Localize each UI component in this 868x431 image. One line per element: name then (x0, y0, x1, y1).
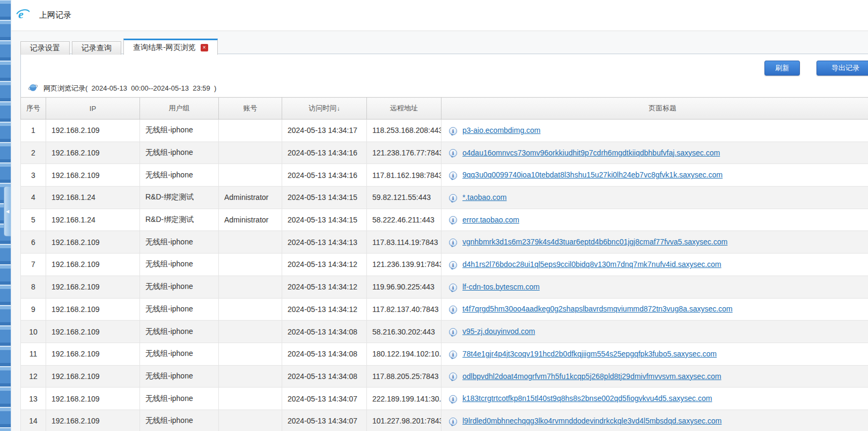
cell-access-time: 2024-05-13 14:34:12 (282, 276, 367, 298)
cell-ip: 192.168.2.109 (46, 164, 140, 187)
info-balloon-icon[interactable]: i (449, 216, 457, 224)
col-header-no[interactable]: 序号 (21, 98, 46, 120)
cell-user-group: 无线组-iphone (140, 365, 219, 388)
tab-record-query[interactable]: 记录查询 (72, 41, 121, 55)
cell-account (219, 298, 282, 321)
browser-e-icon: e (16, 8, 30, 24)
records-table: 序号 IP 用户组 账号 访问时间↓ 远程地址 页面标题 1 192.168.2… (20, 97, 868, 431)
tab-label: 记录设置 (30, 43, 60, 53)
cell-access-time: 2024-05-13 14:34:15 (282, 209, 367, 231)
page-title-link[interactable]: *.taobao.com (462, 193, 507, 202)
cell-ip: 192.168.2.109 (46, 388, 140, 410)
cell-account (219, 254, 282, 276)
summary-row: 网页浏览记录( 2024-05-13 00:00--2024-05-13 23:… (28, 82, 216, 94)
tab-record-settings[interactable]: 记录设置 (20, 41, 70, 55)
page-title-link[interactable]: odlbpvdhl2doat4mogrfvm7h5fu1kcqp5j268pld… (462, 372, 721, 381)
page-title-link[interactable]: 78t4e1gjr4p4jt3coqv191hcd2b0dfkqjiigm554… (462, 350, 717, 358)
col-header-remote[interactable]: 远程地址 (367, 98, 442, 120)
info-balloon-icon[interactable]: i (449, 172, 457, 180)
page-title-link[interactable]: 9qq3u0q0099740ioa10tebdat8l3hshu15u27ki0… (462, 170, 723, 179)
cell-ip: 192.168.2.109 (46, 410, 140, 431)
cell-access-time: 2024-05-13 14:34:07 (282, 388, 367, 410)
cell-access-time: 2024-05-13 14:34:15 (282, 187, 367, 209)
info-balloon-icon[interactable]: i (449, 395, 457, 403)
cell-account (219, 231, 282, 254)
table-row: 1 192.168.2.109 无线组-iphone 2024-05-13 14… (21, 120, 868, 142)
cell-user-group: 无线组-iphone (140, 343, 219, 365)
info-balloon-icon[interactable]: i (449, 261, 457, 269)
refresh-button[interactable]: 刷新 (764, 61, 800, 76)
cell-index: 14 (21, 410, 46, 431)
collapsed-sidebar: ◀ (0, 0, 11, 431)
cell-account (219, 410, 282, 431)
cell-remote-address: 121.238.176.77:7843 (367, 142, 442, 164)
cell-page-title: i78t4e1gjr4p4jt3coqv191hcd2b0dfkqjiigm55… (442, 343, 868, 365)
info-balloon-icon[interactable]: i (449, 373, 457, 381)
cell-ip: 192.168.2.109 (46, 231, 140, 254)
page-title-link[interactable]: vgnhbmrk3d1s6m2379k4s4d3tuar6eptd4b6bnc0… (462, 237, 727, 246)
cell-remote-address: 118.253.168.208:443 (367, 120, 442, 142)
cell-access-time: 2024-05-13 14:34:08 (282, 343, 367, 365)
info-balloon-icon[interactable]: i (449, 149, 457, 157)
page-title-link[interactable]: k183tcrgtrtcotfkp8n15tl40st9q8hs8s2bnse0… (462, 394, 712, 403)
cell-access-time: 2024-05-13 14:34:16 (282, 142, 367, 164)
export-records-button[interactable]: 导出记录 (816, 61, 868, 76)
table-row: 5 192.168.1.24 R&D-绑定测试 Administrator 20… (21, 209, 868, 231)
info-balloon-icon[interactable]: i (449, 284, 457, 292)
cell-account (219, 321, 282, 343)
cell-index: 7 (21, 254, 46, 276)
cell-ip: 192.168.2.109 (46, 142, 140, 164)
cell-access-time: 2024-05-13 14:34:08 (282, 321, 367, 343)
page-title-link[interactable]: o4dau16omnvcs73omv96orkkiudhit9p7cdrh6mg… (462, 148, 720, 157)
page-title-link[interactable]: l9lrdled0mbhnechqqg3lko4rvmnddodevindrkc… (462, 417, 722, 425)
cell-user-group: 无线组-iphone (140, 142, 219, 164)
info-balloon-icon[interactable]: i (449, 306, 457, 314)
cell-page-title: it4f7qrgd5hm30oo4aadkeg0g2shapslbavrdsmq… (442, 298, 868, 321)
cell-page-title: id4h1rs2l76bdoc28ui1ql5eps9ccil0bidq8v13… (442, 254, 868, 276)
info-balloon-icon[interactable]: i (449, 239, 457, 247)
cell-index: 9 (21, 298, 46, 321)
cell-page-title: i9qq3u0q0099740ioa10tebdat8l3hshu15u27ki… (442, 164, 868, 187)
table-row: 4 192.168.1.24 R&D-绑定测试 Administrator 20… (21, 187, 868, 209)
cell-access-time: 2024-05-13 14:34:07 (282, 410, 367, 431)
page-title-link[interactable]: t4f7qrgd5hm30oo4aadkeg0g2shapslbavrdsmqv… (462, 304, 733, 313)
info-balloon-icon[interactable]: i (449, 328, 457, 336)
page-title-link[interactable]: d4h1rs2l76bdoc28ui1ql5eps9ccil0bidq8v130… (462, 260, 722, 269)
cell-page-title: iv95-zj.douyinvod.com (442, 321, 868, 343)
col-header-time[interactable]: 访问时间↓ (282, 98, 367, 120)
col-header-title[interactable]: 页面标题 (442, 98, 868, 120)
page-title-link[interactable]: v95-zj.douyinvod.com (462, 327, 535, 336)
collapse-arrow-icon: ◀ (6, 209, 9, 214)
cell-access-time: 2024-05-13 14:34:08 (282, 365, 367, 388)
cell-user-group: R&D-绑定测试 (140, 187, 219, 209)
cell-ip: 192.168.2.109 (46, 365, 140, 388)
cell-user-group: 无线组-iphone (140, 298, 219, 321)
cell-account (219, 388, 282, 410)
sidebar-collapse-handle[interactable]: ◀ (4, 186, 11, 236)
info-balloon-icon[interactable]: i (449, 351, 457, 359)
result-panel: 刷新 导出记录 网页浏览记录( 2024-05-13 00:00--2024-0… (20, 54, 868, 431)
page-title-link[interactable]: error.taobao.com (462, 216, 519, 224)
info-balloon-icon[interactable]: i (449, 418, 457, 426)
table-row: 7 192.168.2.109 无线组-iphone 2024-05-13 14… (21, 254, 868, 276)
page-title-link[interactable]: p3-aio.ecombdimg.com (462, 126, 541, 135)
cell-user-group: 无线组-iphone (140, 164, 219, 187)
page-title: 上网记录 (39, 10, 71, 20)
col-header-group[interactable]: 用户组 (140, 98, 219, 120)
globe-icon (28, 82, 38, 94)
tab-query-result-web-browsing[interactable]: 查询结果-网页浏览 × (123, 39, 218, 55)
table-row: 9 192.168.2.109 无线组-iphone 2024-05-13 14… (21, 298, 868, 321)
tab-close-icon[interactable]: × (201, 44, 208, 51)
cell-access-time: 2024-05-13 14:34:17 (282, 120, 367, 142)
info-balloon-icon[interactable]: i (449, 127, 457, 135)
col-header-ip[interactable]: IP (46, 98, 140, 120)
col-header-time-label: 访问时间 (308, 104, 336, 112)
cell-page-title: io4dau16omnvcs73omv96orkkiudhit9p7cdrh6m… (442, 142, 868, 164)
page-title-link[interactable]: lf-cdn-tos.bytescm.com (462, 283, 540, 291)
cell-remote-address: 58.216.30.202:443 (367, 321, 442, 343)
col-header-account[interactable]: 账号 (219, 98, 282, 120)
tab-label: 查询结果-网页浏览 (133, 43, 196, 53)
info-balloon-icon[interactable]: i (449, 194, 457, 202)
cell-remote-address: 117.83.114.19:7843 (367, 231, 442, 254)
page-root: { "app": { "title": "上网记录" }, "icons": {… (0, 0, 868, 431)
